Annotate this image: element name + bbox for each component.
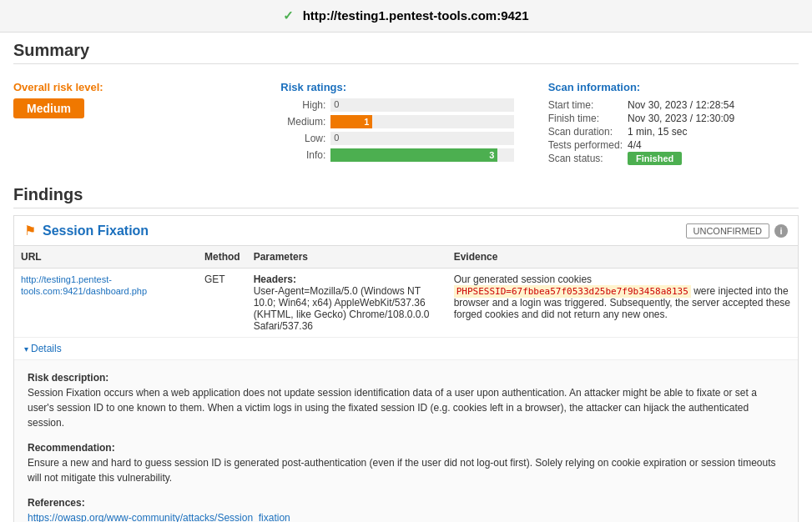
finding-header-left: ⚑ Session Fixation — [24, 223, 149, 238]
risk-description-section: Risk description: Session Fixation occur… — [28, 370, 784, 430]
scan-info-row-status: Scan status: Finished — [548, 152, 739, 165]
finding-table: URL Method Parameters Evidence http://te… — [14, 246, 798, 338]
scan-info-row-duration: Scan duration: 1 min, 15 sec — [548, 125, 739, 138]
row-evidence: Our generated session cookies PHPSESSID=… — [447, 269, 798, 338]
check-icon: ✓ — [283, 8, 294, 23]
details-panel: Risk description: Session Fixation occur… — [14, 359, 798, 522]
risk-ratings-col: Risk ratings: High: 0 Medium: 1 Low: 0 — [280, 81, 531, 165]
scan-info-table: Start time: Nov 30, 2023 / 12:28:54 Fini… — [548, 98, 739, 165]
table-row: http://testing1.pentest-tools.com:9421/d… — [14, 269, 798, 338]
status-label: Scan status: — [548, 152, 628, 165]
chevron-down-icon: ▾ — [24, 344, 28, 354]
tests-label: Tests performed: — [548, 138, 628, 152]
risk-high-bar: 0 — [330, 98, 514, 112]
risk-info-fill: 3 — [330, 148, 497, 162]
finding-card-session-fixation: ⚑ Session Fixation UNCONFIRMED i URL Met… — [13, 215, 799, 522]
risk-high-value: 0 — [330, 99, 339, 109]
col-method: Method — [198, 246, 247, 269]
recommendation-section: Recommendation: Ensure a new and hard to… — [28, 440, 784, 485]
finish-time-label: Finish time: — [548, 112, 628, 125]
scan-info-row-start: Start time: Nov 30, 2023 / 12:28:54 — [548, 98, 739, 112]
finding-table-header-row: URL Method Parameters Evidence — [14, 246, 798, 269]
row-parameters: Headers: User-Agent=Mozilla/5.0 (Windows… — [247, 269, 447, 338]
recommendation-label: Recommendation: — [28, 442, 115, 454]
details-toggle[interactable]: ▾ Details — [14, 338, 798, 359]
reference-link[interactable]: https://owasp.org/www-community/attacks/… — [28, 512, 290, 522]
summary-title: Summary — [13, 41, 799, 64]
finding-name: Session Fixation — [43, 223, 149, 238]
risk-medium-label: Medium: — [280, 116, 330, 128]
details-label: Details — [31, 343, 62, 354]
tests-value: 4/4 — [628, 138, 739, 152]
info-icon[interactable]: i — [774, 224, 788, 238]
risk-medium-fill: 1 — [330, 115, 372, 128]
scan-info-row-finish: Finish time: Nov 30, 2023 / 12:30:09 — [548, 112, 739, 125]
evidence-intro: Our generated session cookies — [454, 274, 592, 285]
risk-row-info: Info: 3 — [280, 148, 531, 162]
finding-header: ⚑ Session Fixation UNCONFIRMED i — [14, 216, 798, 246]
col-url: URL — [14, 246, 198, 269]
risk-info-label: Info: — [280, 149, 330, 161]
risk-high-label: High: — [280, 99, 330, 111]
risk-low-bar: 0 — [330, 132, 514, 145]
risk-low-value: 0 — [330, 133, 339, 143]
finding-header-right: UNCONFIRMED i — [686, 223, 789, 238]
scan-info-title: Scan information: — [548, 81, 799, 93]
risk-description-text: Session Fixation occurs when a web appli… — [28, 387, 757, 429]
risk-row-medium: Medium: 1 — [280, 115, 531, 128]
finish-time-value: Nov 30, 2023 / 12:30:09 — [628, 112, 739, 125]
main-content: Summary Overall risk level: Medium Risk … — [0, 33, 812, 522]
start-time-label: Start time: — [548, 98, 628, 112]
scan-info-row-tests: Tests performed: 4/4 — [548, 138, 739, 152]
col-parameters: Parameters — [247, 246, 447, 269]
unconfirmed-badge: UNCONFIRMED — [686, 223, 770, 238]
row-method: GET — [198, 269, 247, 338]
risk-medium-bar: 1 — [330, 115, 514, 128]
findings-title: Findings — [13, 185, 799, 208]
row-url: http://testing1.pentest-tools.com:9421/d… — [14, 269, 198, 338]
finding-table-body: http://testing1.pentest-tools.com:9421/d… — [14, 269, 798, 338]
target-url[interactable]: http://testing1.pentest-tools.com:9421 — [303, 8, 529, 23]
top-bar: ✓ http://testing1.pentest-tools.com:9421 — [0, 0, 812, 33]
references-section: References: https://owasp.org/www-commun… — [28, 495, 784, 522]
risk-row-high: High: 0 — [280, 98, 531, 112]
evidence-code: PHPSESSID=67fbbea57f0533d25be7f9b3458a81… — [454, 285, 691, 298]
flag-icon: ⚑ — [24, 223, 36, 238]
finished-badge: Finished — [628, 152, 682, 165]
overall-risk-label: Overall risk level: — [13, 81, 264, 93]
finding-table-header: URL Method Parameters Evidence — [14, 246, 798, 269]
risk-description-label: Risk description: — [28, 372, 108, 384]
risk-badge: Medium — [13, 98, 84, 118]
recommendation-text: Ensure a new and hard to guess session I… — [28, 457, 776, 484]
risk-info-bar: 3 — [330, 148, 514, 162]
duration-value: 1 min, 15 sec — [628, 125, 739, 138]
status-value: Finished — [628, 152, 739, 165]
parameters-value: User-Agent=Mozilla/5.0 (Windows NT 10.0;… — [254, 285, 430, 332]
start-time-value: Nov 30, 2023 / 12:28:54 — [628, 98, 739, 112]
summary-grid: Overall risk level: Medium Risk ratings:… — [13, 71, 799, 178]
risk-ratings-title: Risk ratings: — [280, 81, 531, 93]
risk-low-label: Low: — [280, 133, 330, 144]
col-evidence: Evidence — [447, 246, 798, 269]
overall-risk-col: Overall risk level: Medium — [13, 81, 264, 165]
references-label: References: — [28, 497, 85, 509]
parameters-label: Headers: — [254, 274, 296, 285]
risk-row-low: Low: 0 — [280, 132, 531, 145]
duration-label: Scan duration: — [548, 125, 628, 138]
finding-url-link[interactable]: http://testing1.pentest-tools.com:9421/d… — [21, 274, 147, 296]
scan-info-col: Scan information: Start time: Nov 30, 20… — [548, 81, 799, 165]
